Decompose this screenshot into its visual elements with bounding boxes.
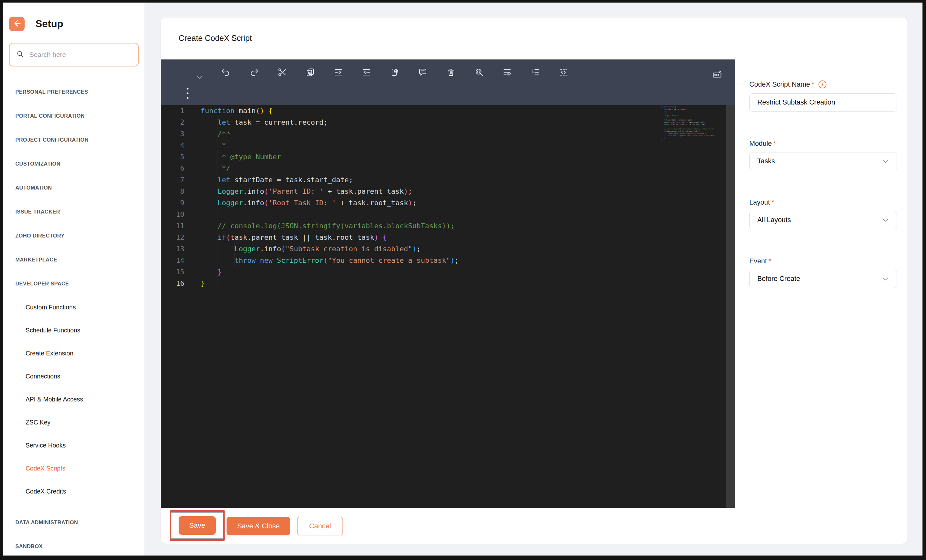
sidebar-item-personal-preferences[interactable]: PERSONAL PREFERENCES bbox=[3, 80, 144, 104]
save-button-annotation-box: Save bbox=[169, 510, 225, 541]
search-icon bbox=[16, 50, 24, 59]
sidebar-item-service-hooks[interactable]: Service Hooks bbox=[3, 434, 144, 457]
save-button[interactable]: Save bbox=[179, 516, 216, 535]
back-button[interactable] bbox=[9, 17, 24, 31]
sidebar-item-automation[interactable]: AUTOMATION bbox=[3, 176, 144, 200]
sidebar-item-create-extension[interactable]: Create Extension bbox=[3, 342, 144, 365]
line-numbers-icon[interactable] bbox=[530, 67, 540, 77]
required-asterisk: * bbox=[773, 140, 776, 148]
card-footer: SaveSave & CloseCancel bbox=[161, 508, 908, 544]
redo-icon[interactable] bbox=[249, 67, 259, 77]
main-area: Create CodeX Script bbox=[144, 3, 923, 555]
chevron-down-icon[interactable] bbox=[195, 72, 204, 82]
cancel-button[interactable]: Cancel bbox=[297, 517, 342, 536]
setup-sidebar: Setup PERSONAL PREFERENCESPORTAL CONFIGU… bbox=[3, 3, 144, 555]
delete-icon[interactable] bbox=[446, 67, 456, 77]
line-content: // console.log(JSON.stringify(variables.… bbox=[193, 220, 455, 232]
line-number: 16 bbox=[161, 278, 193, 289]
info-icon[interactable]: i bbox=[818, 80, 827, 89]
module-label: Module* bbox=[749, 140, 897, 148]
back-arrow-icon bbox=[12, 18, 22, 29]
line-content: let task = current.record; bbox=[193, 117, 327, 128]
code-area[interactable]: 1function main() {2 let task = current.r… bbox=[161, 105, 735, 508]
sidebar-item-marketplace[interactable]: MARKETPLACE bbox=[3, 248, 144, 272]
sidebar-item-portal-configuration[interactable]: PORTAL CONFIGURATION bbox=[3, 104, 144, 128]
duplicate-icon[interactable] bbox=[389, 67, 400, 77]
comment-icon[interactable] bbox=[418, 67, 428, 77]
sidebar-item-codex-scripts[interactable]: CodeX Scripts bbox=[3, 457, 144, 480]
chevron-down-icon bbox=[881, 275, 890, 283]
code-line-11: 11 // console.log(JSON.stringify(variabl… bbox=[161, 220, 735, 232]
module-select[interactable]: Tasks bbox=[749, 152, 897, 170]
screenshot-frame: Setup PERSONAL PREFERENCESPORTAL CONFIGU… bbox=[0, 0, 926, 560]
line-content: } bbox=[193, 278, 205, 289]
line-content: Logger.info('Parent ID: ' + task.parent_… bbox=[193, 186, 412, 197]
sidebar-item-zoho-directory[interactable]: ZOHO DIRECTORY bbox=[3, 224, 144, 248]
cut-icon[interactable] bbox=[277, 67, 287, 77]
required-asterisk: * bbox=[772, 198, 774, 206]
layout-select[interactable]: All Layouts bbox=[749, 211, 897, 229]
code-line-14: 14 throw new ScriptError("You cannot cre… bbox=[161, 255, 735, 266]
editor-scrollbar[interactable] bbox=[726, 105, 735, 508]
line-number: 5 bbox=[161, 151, 193, 163]
line-content bbox=[193, 209, 201, 220]
sidebar-search bbox=[9, 43, 139, 67]
line-content: */ bbox=[193, 163, 230, 174]
search-input[interactable] bbox=[29, 51, 132, 59]
sidebar-item-issue-tracker[interactable]: ISSUE TRACKER bbox=[3, 200, 144, 224]
code-line-1: 1function main() { bbox=[161, 105, 735, 117]
minimap[interactable]: function main() { let task = current.rec… bbox=[661, 106, 726, 142]
app-page: Setup PERSONAL PREFERENCESPORTAL CONFIGU… bbox=[3, 3, 923, 555]
code-lines: 1function main() {2 let task = current.r… bbox=[161, 105, 735, 289]
copy-icon[interactable] bbox=[305, 67, 315, 77]
selected-value: Before Create bbox=[757, 275, 800, 283]
sidebar-header: Setup bbox=[3, 3, 144, 31]
sidebar-item-developer-space[interactable]: DEVELOPER SPACE bbox=[3, 272, 144, 296]
sidebar-item-codex-credits[interactable]: CodeX Credits bbox=[3, 480, 144, 503]
chevron-down-icon bbox=[881, 216, 890, 224]
line-content: let startDate = task.start_date; bbox=[193, 174, 353, 186]
line-content: * bbox=[193, 140, 226, 151]
sidebar-item-customization[interactable]: CUSTOMIZATION bbox=[3, 152, 144, 176]
line-number: 4 bbox=[161, 140, 193, 151]
indent-left-icon[interactable] bbox=[362, 67, 372, 77]
code-line-5: 5 * @type Number bbox=[161, 151, 735, 163]
keyboard-icon[interactable] bbox=[712, 69, 723, 80]
sidebar-item-zsc-key[interactable]: ZSC Key bbox=[3, 411, 144, 434]
sidebar-nav: PERSONAL PREFERENCESPORTAL CONFIGURATION… bbox=[3, 80, 144, 555]
code-line-16: 16} bbox=[161, 278, 735, 289]
codex-script-name-input[interactable] bbox=[749, 93, 897, 112]
chevron-down-icon bbox=[881, 157, 890, 166]
sidebar-item-sandbox[interactable]: SANDBOX bbox=[3, 534, 144, 555]
sidebar-item-api-mobile-access[interactable]: API & Mobile Access bbox=[3, 388, 144, 411]
layout-label: Layout* bbox=[749, 198, 897, 206]
required-asterisk: * bbox=[812, 80, 814, 89]
indent-right-icon[interactable] bbox=[333, 67, 343, 77]
more-options-icon[interactable] bbox=[184, 87, 191, 100]
line-number: 15 bbox=[161, 266, 193, 278]
event-select[interactable]: Before Create bbox=[749, 270, 897, 288]
find-code-icon[interactable] bbox=[474, 67, 484, 77]
wrap-lines-icon[interactable] bbox=[502, 67, 512, 77]
selected-value: Tasks bbox=[757, 157, 775, 165]
card-title: Create CodeX Script bbox=[179, 33, 252, 43]
code-line-13: 13 Logger.info("Subtask creation is disa… bbox=[161, 243, 735, 255]
line-number: 12 bbox=[161, 232, 193, 243]
line-number: 13 bbox=[161, 243, 193, 255]
line-number: 8 bbox=[161, 186, 193, 197]
sidebar-item-custom-functions[interactable]: Custom Functions bbox=[3, 296, 144, 319]
undo-icon[interactable] bbox=[221, 67, 231, 77]
create-codex-script-card: Create CodeX Script bbox=[161, 18, 908, 544]
svg-text:i: i bbox=[822, 82, 823, 87]
sidebar-item-schedule-functions[interactable]: Schedule Functions bbox=[3, 319, 144, 342]
sidebar-item-data-administration[interactable]: DATA ADMINISTRATION bbox=[3, 510, 144, 534]
sidebar-item-project-configuration[interactable]: PROJECT CONFIGURATION bbox=[3, 128, 144, 152]
line-content: * @type Number bbox=[193, 151, 281, 163]
line-number: 1 bbox=[161, 105, 193, 117]
line-content: if(task.parent_task || task.root_task) { bbox=[193, 232, 387, 243]
required-asterisk: * bbox=[769, 257, 771, 265]
sidebar-item-connections[interactable]: Connections bbox=[3, 365, 144, 388]
code-line-9: 9 Logger.info('Root Task ID: ' + task.ro… bbox=[161, 197, 735, 209]
inline-code-icon[interactable] bbox=[558, 67, 569, 77]
save-close-button[interactable]: Save & Close bbox=[227, 517, 290, 536]
